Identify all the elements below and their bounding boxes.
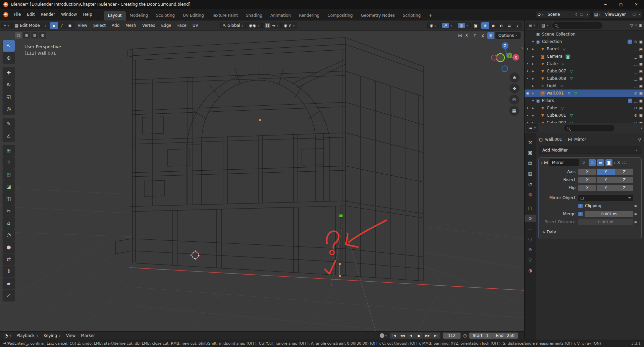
tool-select-box[interactable]: ↖ (3, 40, 15, 52)
clipping-decorator[interactable]: ● (633, 204, 638, 208)
eyedropper-icon[interactable]: ✒ (628, 196, 631, 200)
tab-scene[interactable]: ◔ (525, 180, 536, 187)
frame-end-field[interactable]: End250 (492, 333, 518, 339)
tab-particles[interactable]: ∴ (525, 225, 536, 232)
overlays-toggle[interactable]: ◎∨ (455, 22, 470, 29)
menu-edge[interactable]: Edge (159, 22, 174, 29)
tab-rendering[interactable]: Rendering (295, 11, 323, 20)
flip-x-button[interactable]: X (578, 185, 596, 191)
bisect-distance-field[interactable]: 0.001 m (578, 219, 633, 225)
menu-add[interactable]: Add (109, 22, 122, 29)
scene-name[interactable]: Scene (545, 12, 574, 17)
minimize-button[interactable]: ─ (598, 0, 613, 9)
tool-cursor[interactable]: ⊕ (3, 52, 15, 64)
camera-visibility-icon[interactable]: ▣ (639, 99, 643, 103)
expand-icon[interactable]: ▼ (531, 99, 535, 102)
tab-scripting[interactable]: Scripting (399, 11, 425, 20)
expand-icon[interactable]: ▶ (531, 62, 535, 65)
outliner-type-button[interactable]: ≡∨ (526, 22, 538, 29)
gizmo-axis-neg-y[interactable] (496, 54, 504, 62)
tab-uv-editing[interactable]: UV Editing (179, 11, 208, 20)
new-scene-icon[interactable]: ❏ (579, 13, 585, 16)
menu-help[interactable]: Help (80, 11, 95, 18)
mirror-z-button[interactable]: Z (479, 32, 486, 39)
menu-render[interactable]: Render (38, 11, 58, 18)
jump-to-end-button[interactable]: ▶| (432, 333, 440, 339)
camera-visibility-icon[interactable]: ▣ (639, 106, 643, 110)
outliner-row-wall-001[interactable]: ▣ ▶ ▼ wall.001 ⚙ ▽ ⊙▣ (525, 90, 644, 97)
sidebar-collapse-arrow[interactable]: ‹ (521, 45, 523, 50)
outliner-row-crate[interactable]: ▶ ▼ Crate ▽ ‿▣ (525, 60, 644, 67)
mirror-x-button[interactable]: X (463, 32, 470, 39)
editor-type-button[interactable]: ⌖∨ (1, 22, 12, 29)
hide-icon[interactable]: ‿ (634, 99, 637, 103)
mirror-y-button[interactable]: Y (471, 32, 478, 39)
flip-z-button[interactable]: Z (615, 185, 633, 191)
close-button[interactable]: ✕ (629, 0, 644, 9)
hide-icon[interactable]: ‿ (634, 47, 637, 51)
tab-texture-paint[interactable]: Texture Paint (208, 11, 242, 20)
viewport-3d[interactable]: Z Y X □ ⊞ ⊟ ⊠ ⋈ X Y Z ⧎ Options∨ User Pe… (0, 31, 524, 331)
menu-keying[interactable]: Keying∨ (41, 332, 63, 339)
menu-view[interactable]: View (75, 22, 90, 29)
data-section-label[interactable]: Data (547, 230, 556, 234)
stopwatch-icon[interactable]: ◷ (463, 333, 467, 338)
clipping-checkbox[interactable]: ✓ (578, 204, 583, 208)
gizmo-axis-neg-z[interactable] (502, 66, 508, 72)
magnet-icon[interactable]: Ω (265, 23, 270, 28)
camera-view-button[interactable]: ✇ (509, 95, 519, 105)
hide-icon[interactable]: ⊙ (634, 106, 637, 110)
show-in-viewport-icon[interactable]: ▭ (597, 159, 604, 166)
remove-viewlayer-icon[interactable]: ✕ (637, 13, 642, 16)
jump-to-start-button[interactable]: |◀ (390, 333, 398, 339)
frame-start-field[interactable]: Start1 (469, 333, 492, 339)
tool-add-cube[interactable]: ⊞ (3, 145, 15, 156)
select-set-mode-icon[interactable]: □ (15, 32, 22, 39)
select-subtract-mode-icon[interactable]: ⊟ (31, 32, 38, 39)
select-extend-mode-icon[interactable]: ⊞ (23, 32, 30, 39)
tool-rip-region[interactable]: ◸ (3, 290, 15, 301)
delete-modifier-icon[interactable]: ✕ (617, 160, 621, 165)
pivot-point-dropdown[interactable]: ◉◉∨ (247, 22, 262, 29)
hide-icon[interactable]: ⊙ (634, 91, 637, 96)
timeline-editor-button[interactable]: ◔∨ (2, 332, 13, 339)
camera-visibility-icon[interactable]: ▣ (639, 62, 643, 66)
menu-face[interactable]: Face (175, 22, 189, 29)
tab-material[interactable]: ◑ (525, 267, 536, 274)
proportional-editing-icon[interactable]: ◉ (284, 23, 287, 28)
snap-individual-icon[interactable]: ⧎ (487, 32, 494, 39)
rendered-shading-button[interactable]: ◒ (505, 22, 514, 29)
expand-icon[interactable]: ▶ (531, 48, 535, 51)
tab-animation[interactable]: Animation (266, 11, 295, 20)
unlink-scene-icon[interactable]: ✕ (585, 13, 590, 16)
tab-compositing[interactable]: Compositing (323, 11, 357, 20)
tool-shrink-fatten[interactable]: ⇕ (3, 266, 15, 277)
add-workspace-button[interactable]: + (425, 11, 436, 20)
new-collection-icon[interactable]: ⊞ (639, 23, 642, 28)
tab-tool[interactable]: ⚒ (525, 138, 536, 146)
outliner-row-collection[interactable]: ▼ ▦ Collection ✓⊙▣ (525, 38, 644, 45)
camera-visibility-icon[interactable]: ▣ (639, 84, 643, 88)
properties-type-button[interactable]: ≔∨ (526, 124, 538, 132)
prev-keyframe-button[interactable]: ◀◀ (398, 333, 407, 339)
tool-measure[interactable]: ∠ (3, 130, 15, 141)
camera-visibility-icon[interactable]: ▣ (639, 54, 643, 59)
show-in-render-icon[interactable]: ◙ (605, 159, 612, 166)
tab-constraints[interactable]: ⊛ (525, 246, 536, 253)
outliner-row-barrel[interactable]: ▶ ▼ Barrel ▽ ‿▣ (525, 45, 644, 53)
tool-inset-faces[interactable]: ⊡ (3, 169, 15, 180)
tab-view-layer[interactable]: ▧ (525, 170, 536, 177)
maximize-button[interactable]: ▢ (613, 0, 629, 9)
transform-orientation-dropdown[interactable]: ⇱Global∨ (220, 22, 246, 29)
expand-icon[interactable]: ▶ (531, 77, 535, 80)
snap-to-icon[interactable]: ⇥ (272, 23, 275, 28)
next-keyframe-button[interactable]: ▶▶ (424, 333, 432, 339)
tool-shear[interactable]: ▰ (3, 278, 15, 289)
merge-decorator[interactable]: ● (633, 212, 638, 216)
tool-loop-cut[interactable]: ◫ (3, 193, 15, 205)
menu-file[interactable]: File (11, 11, 24, 18)
blender-menu-icon[interactable] (3, 12, 8, 17)
axis-y-button[interactable]: Y (597, 169, 615, 175)
tool-poly-build[interactable]: ⌂ (3, 217, 15, 229)
options-dropdown[interactable]: Options∨ (495, 32, 521, 39)
